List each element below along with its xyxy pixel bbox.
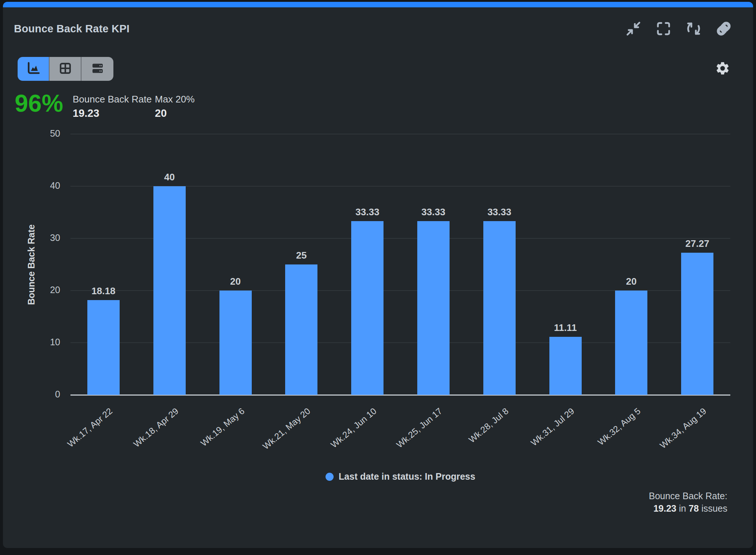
y-axis-tick-label: 20 [23, 285, 60, 295]
fullscreen-icon [655, 20, 672, 38]
y-axis-tick-label: 30 [23, 233, 60, 243]
bar[interactable] [153, 186, 186, 395]
bar[interactable] [681, 253, 713, 395]
x-axis-label: Wk.28, Jul 8 [467, 406, 510, 445]
y-axis-tick-label: 10 [23, 337, 60, 347]
kpi-metric-value: 19.23 [73, 107, 152, 119]
y-axis-tick-label: 0 [23, 389, 60, 400]
footer-metric-label: Bounce Back Rate: [649, 491, 727, 501]
bar[interactable] [219, 291, 252, 395]
bar-value-label: 18.18 [70, 285, 137, 297]
bar[interactable] [417, 221, 450, 395]
bar-chart: Bounce Back Rate Last date in status: In… [70, 134, 730, 395]
table-view-button[interactable] [50, 57, 81, 81]
refresh-button[interactable] [685, 20, 702, 38]
rows-view-button[interactable] [81, 57, 113, 81]
footer-summary: Bounce Back Rate:19.23 in 78 issues [649, 490, 727, 515]
x-axis-label: Wk.31, Jul 29 [529, 406, 576, 448]
bar-value-label: 33.33 [400, 206, 466, 218]
x-axis-label: Wk.24, Jun 10 [329, 406, 379, 450]
bar[interactable] [351, 221, 384, 395]
y-axis-tick-label: 50 [23, 128, 60, 139]
y-axis-tick-label: 40 [23, 180, 60, 191]
refresh-icon [685, 20, 702, 38]
rows-list-icon [90, 61, 105, 77]
chart-legend[interactable]: Last date in status: In Progress [70, 471, 730, 482]
widget-toolbar [625, 20, 733, 38]
fullscreen-button[interactable] [655, 20, 672, 38]
bar[interactable] [87, 300, 120, 395]
kpi-metric: Bounce Back Rate 19.23 [73, 94, 152, 119]
gridline [70, 134, 730, 134]
footer-metric-value: 19.23 [653, 503, 676, 513]
x-axis-label: Wk.19, May 6 [199, 406, 246, 448]
x-axis-label: Wk.32, Aug 5 [596, 406, 642, 447]
bar-value-label: 20 [203, 276, 269, 287]
page-title: Bounce Back Rate KPI [14, 23, 130, 35]
area-chart-icon [26, 61, 41, 77]
settings-button[interactable] [715, 61, 730, 76]
bar[interactable] [483, 221, 516, 395]
kpi-max-value: 20 [155, 107, 195, 119]
x-axis-label: Wk.18, Apr 29 [131, 406, 180, 449]
bar-value-label: 11.11 [533, 322, 599, 334]
bar-value-label: 40 [137, 172, 203, 183]
legend-label: Last date in status: In Progress [339, 471, 475, 482]
bounce-back-rate-widget: Bounce Back Rate KPI [3, 2, 753, 548]
footer-issue-count: 78 [688, 503, 699, 513]
bar[interactable] [285, 264, 317, 395]
bar-value-label: 25 [268, 250, 334, 261]
kpi-percent-value: 96% [15, 89, 63, 117]
x-axis-label: Wk.25, Jun 17 [395, 406, 444, 450]
widget-top-accent [3, 2, 753, 7]
legend-marker-icon [326, 473, 334, 481]
table-grid-icon [58, 61, 73, 77]
chart-view-button[interactable] [18, 57, 50, 81]
bar-value-label: 27.27 [664, 238, 730, 249]
x-axis-label: Wk.17, Apr 22 [65, 406, 114, 449]
view-toggle-group [18, 57, 113, 81]
bar[interactable] [549, 337, 582, 395]
link-button[interactable] [715, 20, 733, 38]
x-axis-label: Wk.21, May 20 [261, 406, 313, 451]
gear-icon [715, 72, 730, 77]
kpi-max: Max 20% 20 [155, 94, 195, 119]
kpi-metric-label: Bounce Back Rate [73, 94, 152, 105]
collapse-icon [625, 20, 642, 38]
bar-value-label: 33.33 [334, 206, 400, 218]
collapse-button[interactable] [625, 20, 642, 38]
bar[interactable] [615, 291, 647, 395]
x-axis-label: Wk.34, Aug 19 [658, 406, 709, 451]
bar-value-label: 33.33 [466, 206, 533, 218]
link-icon [715, 20, 732, 38]
kpi-max-label: Max 20% [155, 94, 195, 105]
bar-value-label: 20 [598, 276, 664, 287]
